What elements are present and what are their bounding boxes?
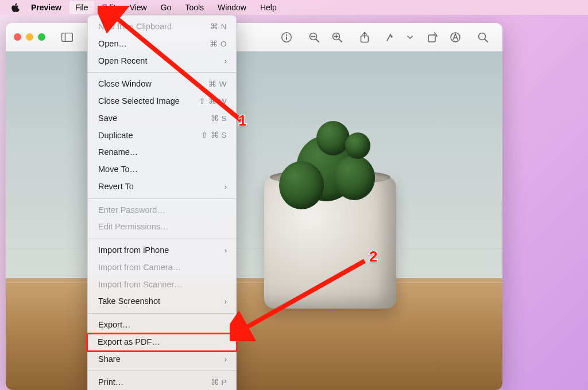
sidebar-toggle-icon[interactable] (56, 27, 79, 48)
markup-chevron-icon[interactable] (404, 27, 416, 48)
menu-item-close-selected-image[interactable]: Close Selected Image ⇧ ⌘ W (88, 93, 236, 110)
svg-line-18 (485, 39, 488, 42)
menu-item-label: Print… (98, 376, 211, 389)
document-viewport (6, 52, 502, 390)
menu-item-label: Open… (98, 38, 210, 50)
image-content (6, 52, 502, 390)
zoom-in-icon[interactable] (326, 27, 349, 48)
annotation-number-2: 2 (369, 248, 377, 266)
menubar-item-window[interactable]: Window (212, 1, 252, 14)
info-icon[interactable] (275, 27, 298, 48)
window-traffic-lights (14, 33, 45, 41)
menu-item-take-screenshot[interactable]: Take Screenshot › (88, 293, 236, 310)
menu-item-label: Close Selected Image (98, 95, 199, 108)
menu-item-label: Close Window (98, 78, 208, 91)
menu-item-label: Import from Scanner… (98, 279, 227, 291)
file-menu-dropdown: New from Clipboard ⌘ N Open… ⌘ O Open Re… (87, 15, 237, 390)
window-zoom-button[interactable] (38, 33, 45, 41)
menu-item-export[interactable]: Export… (88, 317, 236, 334)
preview-window (6, 23, 502, 390)
menu-item-label: Duplicate (98, 130, 201, 142)
zoom-out-icon[interactable] (303, 27, 326, 48)
chevron-right-icon: › (225, 181, 227, 193)
rotate-icon[interactable] (421, 27, 444, 48)
menubar-item-help[interactable]: Help (254, 1, 283, 14)
menu-item-rename[interactable]: Rename… (88, 144, 236, 161)
menu-item-import-from-scanner: Import from Scanner… (88, 276, 236, 294)
svg-point-3 (286, 34, 287, 35)
menu-item-move-to[interactable]: Move To… (88, 161, 236, 178)
annotation-number-1: 1 (238, 112, 246, 130)
menu-item-import-from-camera: Import from Camera… (88, 259, 236, 276)
menu-item-new-from-clipboard: New from Clipboard ⌘ N (88, 18, 236, 36)
search-icon[interactable] (471, 27, 494, 48)
menu-item-shortcut: ⌘ P (211, 377, 227, 388)
menu-item-shortcut: ⇧ ⌘ W (199, 96, 227, 107)
menu-item-label: Import from Camera… (98, 262, 227, 274)
svg-line-6 (316, 39, 319, 42)
menu-item-duplicate[interactable]: Duplicate ⇧ ⌘ S (88, 127, 236, 145)
chevron-right-icon: › (225, 354, 227, 365)
menu-item-label: Export… (98, 319, 227, 332)
menu-item-print[interactable]: Print… ⌘ P (88, 374, 236, 390)
svg-line-9 (339, 39, 342, 42)
menubar-item-file[interactable]: File (69, 1, 94, 14)
menu-item-shortcut: ⇧ ⌘ S (201, 130, 227, 141)
menubar-item-go[interactable]: Go (155, 1, 177, 14)
window-minimize-button[interactable] (26, 33, 33, 41)
menu-item-shortcut: ⌘ O (210, 38, 227, 50)
menu-item-open[interactable]: Open… ⌘ O (88, 36, 236, 53)
menu-item-label: Edit Permissions… (98, 221, 227, 233)
menu-item-label: Export as PDF… (98, 336, 227, 349)
menu-item-label: Enter Password… (98, 204, 227, 217)
menubar-item-tools[interactable]: Tools (179, 1, 210, 14)
menu-item-shortcut: ⌘ W (208, 79, 227, 90)
menubar-app-name[interactable]: Preview (25, 1, 67, 14)
menu-item-label: Take Screenshot (98, 295, 221, 308)
annotate-icon[interactable] (444, 27, 467, 48)
menu-item-label: Import from iPhone (98, 244, 221, 257)
menu-item-enter-password: Enter Password… (88, 202, 236, 219)
menu-item-save[interactable]: Save ⌘ S (88, 110, 236, 127)
menu-item-label: Revert To (98, 181, 221, 193)
menu-item-label: Rename… (98, 146, 227, 159)
menu-item-edit-permissions: Edit Permissions… (88, 219, 236, 236)
menu-item-revert-to[interactable]: Revert To › (88, 178, 236, 196)
window-titlebar (6, 23, 502, 52)
menubar-item-view[interactable]: View (124, 1, 153, 14)
svg-rect-4 (286, 36, 287, 40)
menu-item-shortcut: ⌘ N (210, 21, 227, 33)
menu-item-import-from-iphone[interactable]: Import from iPhone › (88, 242, 236, 259)
menu-item-shortcut: ⌘ S (211, 113, 227, 124)
chevron-right-icon: › (225, 296, 227, 307)
svg-rect-0 (62, 33, 73, 41)
menu-item-close-window[interactable]: Close Window ⌘ W (88, 76, 236, 93)
menu-item-export-as-pdf[interactable]: Export as PDF… (87, 334, 237, 351)
menu-item-label: Move To… (98, 163, 227, 176)
apple-menu-icon[interactable] (10, 3, 20, 12)
menu-item-label: Open Recent (98, 55, 221, 68)
markup-icon[interactable] (381, 27, 404, 48)
svg-point-14 (390, 36, 393, 38)
menu-item-label: Save (98, 112, 211, 125)
menu-item-label: Share (98, 353, 221, 366)
chevron-right-icon: › (225, 56, 227, 67)
share-icon[interactable] (353, 27, 376, 48)
menubar-item-edit[interactable]: Edit (96, 1, 122, 14)
menu-item-label: New from Clipboard (98, 21, 210, 33)
chevron-right-icon: › (225, 245, 227, 256)
svg-rect-15 (428, 35, 435, 42)
menu-item-open-recent[interactable]: Open Recent › (88, 53, 236, 70)
menubar: Preview File Edit View Go Tools Window H… (0, 0, 588, 15)
menu-item-share[interactable]: Share › (88, 351, 236, 368)
window-close-button[interactable] (14, 33, 21, 41)
